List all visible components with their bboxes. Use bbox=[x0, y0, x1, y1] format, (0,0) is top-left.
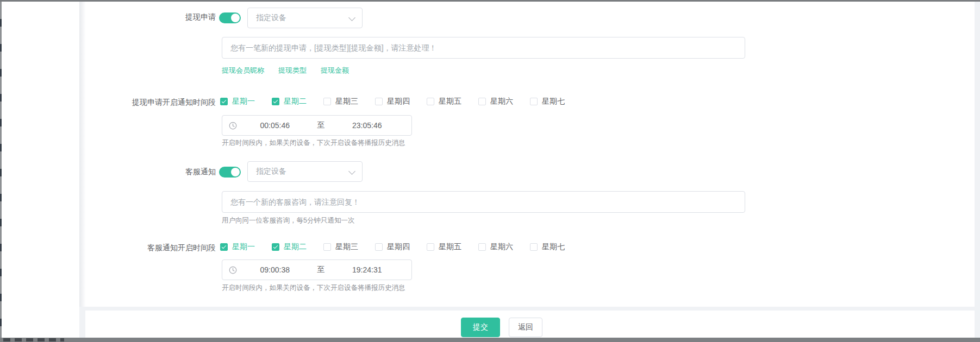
weekday-label: 星期二 bbox=[284, 97, 307, 106]
weekday-label: 星期六 bbox=[490, 97, 513, 106]
footer-divider bbox=[79, 307, 975, 311]
weekday-label: 星期四 bbox=[387, 97, 410, 106]
weekday-checkbox-fri[interactable]: 星期五 bbox=[427, 242, 461, 252]
weekday-checkbox-mon[interactable]: 星期一 bbox=[220, 97, 255, 106]
checkbox-icon bbox=[272, 98, 279, 105]
check-icon bbox=[273, 244, 278, 249]
withdraw-weekday-row: 星期一 星期二 星期三 星期四 星期五 星期六 星期七 bbox=[220, 97, 582, 106]
weekday-checkbox-thu[interactable]: 星期四 bbox=[375, 242, 410, 252]
app-window: 提现申请 指定设备 提现会员昵称 提现类型 提现金额 提现申请开启通知时间段 星… bbox=[0, 0, 980, 342]
chevron-down-icon bbox=[348, 14, 355, 21]
check-icon bbox=[222, 99, 226, 103]
link-withdraw-amount[interactable]: 提现金额 bbox=[321, 66, 349, 75]
weekday-label: 星期一 bbox=[232, 242, 255, 252]
weekday-checkbox-sat[interactable]: 星期六 bbox=[478, 97, 513, 106]
submit-button[interactable]: 提交 bbox=[461, 318, 500, 337]
clock-icon bbox=[229, 122, 237, 130]
window-top-border bbox=[0, 0, 980, 2]
weekday-label: 星期一 bbox=[232, 97, 255, 106]
checkbox-icon bbox=[427, 98, 434, 105]
checkbox-icon bbox=[323, 98, 331, 105]
weekday-label: 星期七 bbox=[542, 97, 565, 106]
weekday-checkbox-tue[interactable]: 星期二 bbox=[272, 97, 307, 106]
clock-icon bbox=[229, 266, 237, 274]
weekday-label: 星期五 bbox=[439, 97, 461, 106]
weekday-label: 星期七 bbox=[542, 242, 565, 252]
checkbox-icon bbox=[220, 98, 228, 105]
weekday-label: 星期四 bbox=[387, 242, 410, 252]
toggle-knob bbox=[231, 14, 240, 22]
weekday-checkbox-wed[interactable]: 星期三 bbox=[323, 97, 358, 106]
weekday-checkbox-wed[interactable]: 星期三 bbox=[323, 242, 358, 252]
checkbox-icon bbox=[530, 98, 538, 105]
service-time-end[interactable]: 19:24:31 bbox=[329, 265, 405, 274]
checkbox-icon bbox=[375, 243, 383, 251]
checkbox-icon bbox=[478, 98, 486, 105]
weekday-checkbox-tue[interactable]: 星期二 bbox=[272, 242, 307, 252]
withdraw-insert-links: 提现会员昵称 提现类型 提现金额 bbox=[222, 66, 349, 75]
back-button[interactable]: 返回 bbox=[509, 318, 542, 337]
left-sidebar bbox=[2, 2, 79, 338]
weekday-checkbox-sun[interactable]: 星期七 bbox=[530, 242, 565, 252]
weekday-label: 星期三 bbox=[335, 242, 358, 252]
collapsed-menu-edge bbox=[0, 2, 2, 338]
checkbox-icon bbox=[323, 243, 331, 251]
service-schedule-label: 客服通知开启时间段 bbox=[147, 243, 216, 253]
weekday-label: 星期二 bbox=[284, 242, 307, 252]
chevron-down-icon bbox=[348, 168, 355, 175]
check-icon bbox=[222, 244, 226, 249]
withdraw-schedule-label: 提现申请开启通知时间段 bbox=[132, 98, 216, 107]
service-message-helper: 用户向同一位客服咨询，每5分钟只通知一次 bbox=[222, 216, 354, 225]
footer-side-gap bbox=[79, 307, 85, 338]
service-weekday-row: 星期一 星期二 星期三 星期四 星期五 星期六 星期七 bbox=[220, 242, 582, 252]
select-placeholder: 指定设备 bbox=[256, 167, 286, 176]
weekday-checkbox-fri[interactable]: 星期五 bbox=[427, 97, 461, 106]
service-schedule-helper: 开启时间段内，如果关闭设备，下次开启设备将播报历史消息 bbox=[222, 283, 405, 293]
checkbox-icon bbox=[272, 243, 279, 251]
withdraw-time-range-picker[interactable]: 00:05:46 至 23:05:46 bbox=[222, 115, 412, 136]
service-time-range-picker[interactable]: 09:00:38 至 19:24:31 bbox=[222, 259, 412, 280]
right-scroll-gutter[interactable] bbox=[975, 2, 980, 338]
bottom-edge-fragment bbox=[3, 338, 64, 341]
weekday-label: 星期三 bbox=[335, 97, 358, 106]
weekday-checkbox-mon[interactable]: 星期一 bbox=[220, 242, 255, 252]
checkbox-icon bbox=[427, 243, 434, 251]
service-device-select[interactable]: 指定设备 bbox=[247, 161, 363, 182]
checkbox-icon bbox=[478, 243, 486, 251]
withdraw-toggle[interactable] bbox=[219, 12, 241, 23]
sidebar-divider bbox=[79, 2, 85, 307]
link-withdraw-member-nickname[interactable]: 提现会员昵称 bbox=[222, 66, 264, 75]
service-label: 客服通知 bbox=[185, 167, 216, 177]
withdraw-time-start[interactable]: 00:05:46 bbox=[237, 121, 313, 130]
link-withdraw-type[interactable]: 提现类型 bbox=[278, 66, 307, 75]
withdraw-device-select[interactable]: 指定设备 bbox=[247, 8, 363, 28]
toggle-knob bbox=[231, 168, 240, 176]
checkbox-icon bbox=[530, 243, 538, 251]
service-time-start[interactable]: 09:00:38 bbox=[237, 265, 313, 274]
service-message-input[interactable] bbox=[222, 191, 745, 213]
weekday-checkbox-sun[interactable]: 星期七 bbox=[530, 97, 565, 106]
weekday-checkbox-thu[interactable]: 星期四 bbox=[375, 97, 410, 106]
service-toggle[interactable] bbox=[219, 167, 241, 178]
weekday-checkbox-sat[interactable]: 星期六 bbox=[478, 242, 513, 252]
checkbox-icon bbox=[220, 243, 228, 251]
select-placeholder: 指定设备 bbox=[256, 13, 286, 23]
time-separator: 至 bbox=[313, 121, 329, 130]
check-icon bbox=[273, 99, 278, 103]
time-separator: 至 bbox=[313, 265, 329, 275]
weekday-label: 星期六 bbox=[490, 242, 513, 252]
withdraw-label: 提现申请 bbox=[185, 12, 216, 22]
checkbox-icon bbox=[375, 98, 383, 105]
withdraw-schedule-helper: 开启时间段内，如果关闭设备，下次开启设备将播报历史消息 bbox=[222, 138, 405, 148]
window-bottom-border bbox=[0, 338, 980, 342]
withdraw-time-end[interactable]: 23:05:46 bbox=[329, 121, 405, 130]
weekday-label: 星期五 bbox=[439, 242, 461, 252]
withdraw-message-input[interactable] bbox=[222, 37, 745, 59]
